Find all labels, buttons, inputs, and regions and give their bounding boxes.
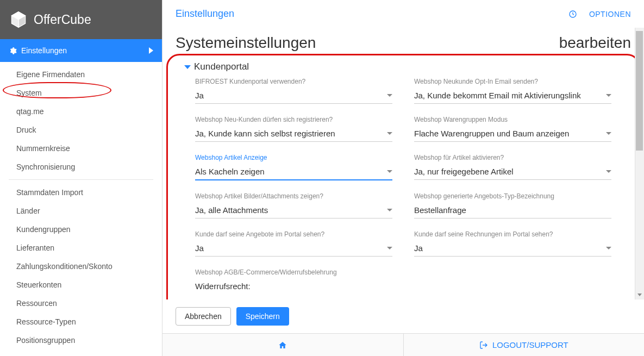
footer-logout-label: LOGOUT/SUPPORT xyxy=(492,340,568,349)
chevron-down-icon xyxy=(387,247,392,249)
field-neukunden-reg-label: Webshop Neu-Kunden dürfen sich registrie… xyxy=(195,116,392,123)
chevron-down-icon xyxy=(387,132,392,135)
field-neukunden-reg: Webshop Neu-Kunden dürfen sich registrie… xyxy=(195,116,392,142)
chevron-right-icon xyxy=(149,47,153,54)
section-title: Kundenportal xyxy=(194,61,249,72)
nav-item-stammdaten-import[interactable]: Stammdaten Import xyxy=(0,183,162,202)
breadcrumb-title: Einstellungen xyxy=(176,8,234,20)
field-artikel-anzeige-select[interactable]: Als Kacheln zeigen xyxy=(195,165,392,180)
save-button[interactable]: Speichern xyxy=(236,307,289,326)
nav-item-positionsgruppen[interactable]: Positionsgruppen xyxy=(0,331,162,349)
scrollbar-thumb[interactable] xyxy=(636,31,643,151)
home-icon xyxy=(278,341,287,349)
sidebar-header: OfferCube xyxy=(0,0,162,39)
field-bifroest-select[interactable]: Ja xyxy=(195,89,392,104)
nav-item-nummernkreise[interactable]: Nummernkreise xyxy=(0,139,162,158)
field-artikel-aktivieren-label: Webshop für Artikel aktivieren? xyxy=(414,154,611,161)
footer: LOGOUT/SUPPORT xyxy=(162,333,644,356)
main: Einstellungen OPTIONEN Systemeinstellung… xyxy=(162,0,644,356)
field-angebote-portal-select[interactable]: Ja xyxy=(195,241,392,257)
field-neukunden-reg-select[interactable]: Ja, Kunde kann sich selbst registrieren xyxy=(195,127,392,142)
chevron-down-icon xyxy=(606,94,611,97)
field-neukunde-optin-select[interactable]: Ja, Kunde bekommt Email mit Aktivierungs… xyxy=(414,89,611,104)
page-heading: Systemeinstellungen bearbeiten xyxy=(176,34,631,52)
scroll-down-icon[interactable] xyxy=(635,290,644,299)
field-artikel-anzeige: Webshop Artikel Anzeige Als Kacheln zeig… xyxy=(195,154,392,180)
chevron-down-icon xyxy=(606,132,611,135)
footer-home[interactable] xyxy=(162,334,404,356)
nav-item-system[interactable]: System xyxy=(0,84,162,102)
page-action: bearbeiten xyxy=(559,34,631,52)
nav-item-ressourcen[interactable]: Ressourcen xyxy=(0,294,162,313)
gear-icon xyxy=(9,47,17,55)
collapse-icon xyxy=(184,65,191,69)
field-bilder-label: Webshop Artikel Bilder/Attachments zeige… xyxy=(195,192,392,200)
nav-item-zahlungskonditionen[interactable]: Zahlungskonditionen/Skonto xyxy=(0,257,162,276)
footer-logout[interactable]: LOGOUT/SUPPORT xyxy=(404,334,645,356)
nav-settings-label: Einstellungen xyxy=(21,46,67,55)
field-bilder: Webshop Artikel Bilder/Attachments zeige… xyxy=(195,192,392,218)
chevron-down-icon xyxy=(387,94,392,97)
field-warengruppen-label: Webshop Warengruppen Modus xyxy=(414,116,611,123)
field-agb-input[interactable]: Widerrufsrecht: xyxy=(195,279,611,294)
field-angebot-typ-input[interactable]: Bestellanfrage xyxy=(414,203,611,218)
field-bilder-select[interactable]: Ja, alle Attachments xyxy=(195,203,392,218)
app-name: OfferCube xyxy=(34,13,91,27)
form-grid: BIFROEST Kundenportal verwenden? Ja Webs… xyxy=(184,78,622,294)
field-artikel-anzeige-label: Webshop Artikel Anzeige xyxy=(195,154,392,161)
field-bifroest-label: BIFROEST Kundenportal verwenden? xyxy=(195,78,392,85)
nav-item-laender[interactable]: Länder xyxy=(0,202,162,220)
field-angebote-portal-label: Kunde darf seine Angebote im Portal sehe… xyxy=(195,230,392,238)
field-agb: Webshop AGB/E-Commerce/Widerrufsbelehrun… xyxy=(195,268,611,294)
field-angebot-typ-label: Webshop generierte Angebots-Typ-Bezeichn… xyxy=(414,192,611,200)
field-artikel-aktivieren: Webshop für Artikel aktivieren? Ja, nur … xyxy=(414,154,611,180)
chevron-down-icon xyxy=(387,209,392,211)
action-bar: Abbrechen Speichern xyxy=(162,299,644,333)
nav-item-kundengruppen[interactable]: Kundengruppen xyxy=(0,220,162,239)
field-warengruppen-select[interactable]: Flache Warengruppen und Baum anzeigen xyxy=(414,127,611,142)
field-angebote-portal: Kunde darf seine Angebote im Portal sehe… xyxy=(195,230,392,257)
topbar-right: OPTIONEN xyxy=(568,10,631,18)
nav-item-system-label: System xyxy=(16,89,42,97)
nav-item-druck[interactable]: Druck xyxy=(0,121,162,139)
nav-item-ressource-typen[interactable]: Ressource-Typen xyxy=(0,313,162,331)
topbar: Einstellungen OPTIONEN xyxy=(162,0,644,28)
field-angebot-typ: Webshop generierte Angebots-Typ-Bezeichn… xyxy=(414,192,611,218)
section-header[interactable]: Kundenportal xyxy=(184,58,622,78)
field-rechnungen-portal: Kunde darf seine Rechnungen im Portal se… xyxy=(414,230,611,257)
nav-item-synchronisierung[interactable]: Synchronisierung xyxy=(0,158,162,176)
field-rechnungen-portal-label: Kunde darf seine Rechnungen im Portal se… xyxy=(414,230,611,238)
nav-item-steuerkonten[interactable]: Steuerkonten xyxy=(0,276,162,294)
field-neukunde-optin: Webshop Neukunde Opt-In Email senden? Ja… xyxy=(414,78,611,104)
nav-item-lieferanten[interactable]: Lieferanten xyxy=(0,239,162,257)
content: Systemeinstellungen bearbeiten Kundenpor… xyxy=(162,28,644,299)
chevron-down-icon xyxy=(606,170,611,173)
sidebar: OfferCube Einstellungen Eigene Firmendat… xyxy=(0,0,162,356)
field-artikel-aktivieren-select[interactable]: Ja, nur freigegebene Artikel xyxy=(414,165,611,180)
clock-icon[interactable] xyxy=(568,10,577,18)
nav-settings-root[interactable]: Einstellungen xyxy=(0,39,162,62)
cube-icon xyxy=(9,10,28,29)
nav-item-qtagme[interactable]: qtag.me xyxy=(0,102,162,121)
page-title: Systemeinstellungen xyxy=(176,34,316,52)
chevron-down-icon xyxy=(606,247,611,249)
nav-item-eigene-firmendaten[interactable]: Eigene Firmendaten xyxy=(0,65,162,84)
scrollbar[interactable] xyxy=(635,28,644,299)
field-neukunde-optin-label: Webshop Neukunde Opt-In Email senden? xyxy=(414,78,611,85)
logout-icon xyxy=(479,341,488,349)
field-agb-label: Webshop AGB/E-Commerce/Widerrufsbelehrun… xyxy=(195,268,611,276)
nav-divider xyxy=(9,179,153,180)
field-rechnungen-portal-select[interactable]: Ja xyxy=(414,241,611,257)
field-bifroest: BIFROEST Kundenportal verwenden? Ja xyxy=(195,78,392,104)
nav-list: Eigene Firmendaten System qtag.me Druck … xyxy=(0,62,162,356)
field-warengruppen: Webshop Warengruppen Modus Flache Wareng… xyxy=(414,116,611,142)
chevron-down-icon xyxy=(387,170,392,173)
section-kundenportal: Kundenportal BIFROEST Kundenportal verwe… xyxy=(176,56,631,299)
cancel-button[interactable]: Abbrechen xyxy=(176,307,231,326)
options-link[interactable]: OPTIONEN xyxy=(589,10,631,18)
